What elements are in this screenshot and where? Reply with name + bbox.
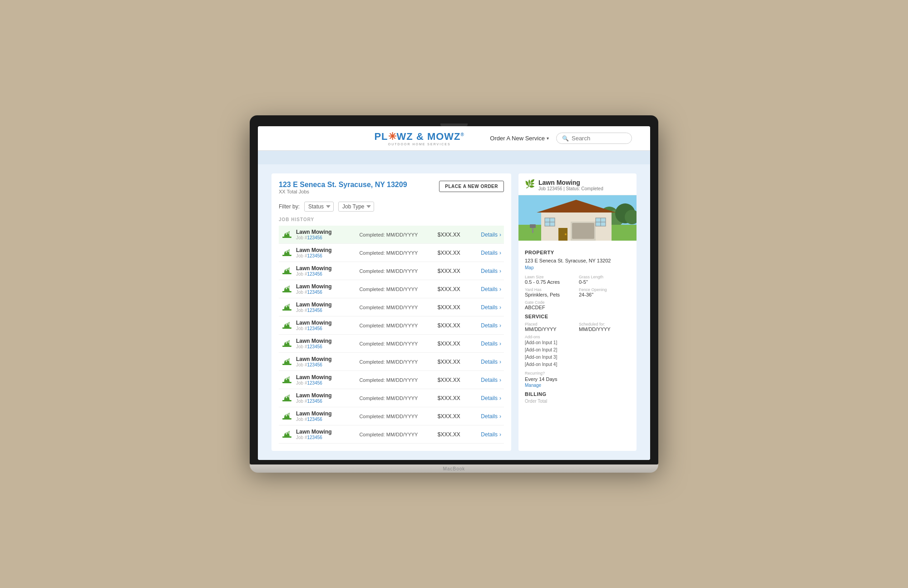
job-name: Lawn Mowing [296, 392, 355, 399]
search-icon: 🔍 [562, 135, 569, 142]
svg-point-24 [565, 233, 567, 235]
addon-item: [Add-on Input 1] [525, 339, 630, 346]
macbook-base [250, 464, 658, 473]
job-number-link[interactable]: 123456 [307, 272, 322, 277]
job-history-label: JOB HISTORY [279, 217, 504, 222]
job-row[interactable]: Lawn Mowing Job #123456 Completed: MM/DD… [279, 262, 504, 280]
job-table: Lawn Mowing Job #123456 Completed: MM/DD… [279, 226, 504, 444]
lawn-icon: 🌿 [525, 179, 535, 189]
chevron-right-icon: › [499, 304, 501, 311]
status-filter[interactable]: Status [304, 202, 334, 212]
lawn-mowing-icon [281, 247, 292, 258]
job-details-button[interactable]: Details › [481, 286, 501, 292]
chevron-right-icon: › [499, 268, 501, 274]
job-details-button[interactable]: Details › [481, 304, 501, 311]
job-price: $XXX.XX [438, 304, 478, 311]
job-row[interactable]: Lawn Mowing Job #123456 Completed: MM/DD… [279, 316, 504, 335]
job-price: $XXX.XX [438, 286, 478, 292]
job-type-filter[interactable]: Job Type [338, 202, 374, 212]
logo-amp: & [416, 131, 427, 142]
gate-code-item: Gate Code ABCDEF [525, 300, 576, 310]
chevron-right-icon: › [499, 431, 501, 438]
job-details-button[interactable]: Details › [481, 431, 501, 438]
svg-rect-4 [282, 309, 291, 311]
svg-rect-3 [282, 291, 291, 292]
svg-rect-1 [282, 255, 291, 256]
job-row[interactable]: Lawn Mowing Job #123456 Completed: MM/DD… [279, 244, 504, 262]
job-info: Lawn Mowing Job #123456 [296, 283, 355, 295]
job-name: Lawn Mowing [296, 410, 355, 417]
lawn-mowing-icon [281, 429, 292, 440]
placed-value: MM/DD/YYYY [525, 326, 576, 332]
logo: PL✳WZ & MOWZ® OUTDOOR HOME SERVICES [374, 131, 464, 146]
job-row[interactable]: Lawn Mowing Job #123456 Completed: MM/DD… [279, 389, 504, 407]
job-number-link[interactable]: 123456 [307, 253, 322, 258]
place-order-button[interactable]: PLACE A NEW ORDER [439, 181, 504, 192]
job-row[interactable]: Lawn Mowing Job #123456 Completed: MM/DD… [279, 335, 504, 353]
order-new-service-button[interactable]: Order A New Service ▾ [490, 135, 549, 142]
job-name: Lawn Mowing [296, 301, 355, 308]
job-number-link[interactable]: 123456 [307, 326, 322, 331]
job-name: Lawn Mowing [296, 374, 355, 380]
svg-rect-32 [530, 224, 536, 228]
lawn-mowing-icon [281, 375, 292, 385]
job-number-link[interactable]: 123456 [307, 362, 322, 367]
job-details-button[interactable]: Details › [481, 341, 501, 347]
total-jobs: XX Total Jobs [279, 189, 407, 194]
right-panel: 🌿 Lawn Mowing Job 123456 | Status: Compl… [518, 173, 637, 451]
job-row[interactable]: Lawn Mowing Job #123456 Completed: MM/DD… [279, 298, 504, 316]
job-row[interactable]: Lawn Mowing Job #123456 Completed: MM/DD… [279, 407, 504, 425]
job-details-button[interactable]: Details › [481, 232, 501, 238]
manage-link[interactable]: Manage [525, 383, 630, 388]
service-title: Lawn Mowing [538, 179, 603, 186]
job-number-link[interactable]: 123456 [307, 380, 322, 385]
job-row[interactable]: Lawn Mowing Job #123456 Completed: MM/DD… [279, 280, 504, 298]
job-number-link[interactable]: 123456 [307, 308, 322, 313]
job-number: Job #123456 [296, 235, 355, 240]
job-info: Lawn Mowing Job #123456 [296, 356, 355, 367]
job-details-button[interactable]: Details › [481, 268, 501, 274]
job-details-button[interactable]: Details › [481, 395, 501, 401]
job-number-link[interactable]: 123456 [307, 235, 322, 240]
main-content: 123 E Seneca St. Syracuse, NY 13209 XX T… [258, 164, 650, 460]
job-name: Lawn Mowing [296, 247, 355, 253]
lawn-mowing-icon [281, 229, 292, 240]
job-number-link[interactable]: 123456 [307, 290, 322, 295]
job-price: $XXX.XX [438, 359, 478, 365]
filter-row: Filter by: Status Job Type [279, 202, 504, 212]
svg-rect-11 [282, 436, 291, 438]
header-right: Order A New Service ▾ 🔍 [490, 133, 632, 144]
svg-rect-6 [282, 346, 291, 347]
job-number-link[interactable]: 123456 [307, 435, 322, 440]
gate-code-value: ABCDEF [525, 305, 576, 310]
fence-opening-value: 24-36" [579, 292, 630, 297]
job-number-link[interactable]: 123456 [307, 399, 322, 404]
job-number-link[interactable]: 123456 [307, 344, 322, 349]
job-details-button[interactable]: Details › [481, 413, 501, 420]
job-price: $XXX.XX [438, 232, 478, 238]
service-dates-row: Placed MM/DD/YYYY Scheduled for: MM/DD/Y… [525, 322, 630, 332]
job-details-button[interactable]: Details › [481, 359, 501, 365]
job-name: Lawn Mowing [296, 356, 355, 362]
chevron-right-icon: › [499, 322, 501, 329]
job-number: Job #123456 [296, 326, 355, 331]
chevron-right-icon: › [499, 359, 501, 365]
job-status: Completed: MM/DD/YYYY [359, 232, 434, 237]
addons-label: Add-ons [525, 335, 630, 339]
job-row[interactable]: Lawn Mowing Job #123456 Completed: MM/DD… [279, 226, 504, 244]
job-details-button[interactable]: Details › [481, 377, 501, 383]
job-name: Lawn Mowing [296, 338, 355, 344]
job-row[interactable]: Lawn Mowing Job #123456 Completed: MM/DD… [279, 353, 504, 371]
job-details-button[interactable]: Details › [481, 250, 501, 256]
job-number: Job #123456 [296, 344, 355, 349]
job-status: Completed: MM/DD/YYYY [359, 323, 434, 328]
job-number-link[interactable]: 123456 [307, 417, 322, 422]
placed-label: Placed [525, 322, 576, 326]
job-row[interactable]: Lawn Mowing Job #123456 Completed: MM/DD… [279, 425, 504, 444]
job-status: Completed: MM/DD/YYYY [359, 395, 434, 401]
search-input[interactable] [572, 135, 626, 142]
job-details-button[interactable]: Details › [481, 322, 501, 329]
map-link[interactable]: Map [525, 265, 630, 270]
property-section-title: PROPERTY [525, 250, 630, 255]
job-row[interactable]: Lawn Mowing Job #123456 Completed: MM/DD… [279, 371, 504, 389]
